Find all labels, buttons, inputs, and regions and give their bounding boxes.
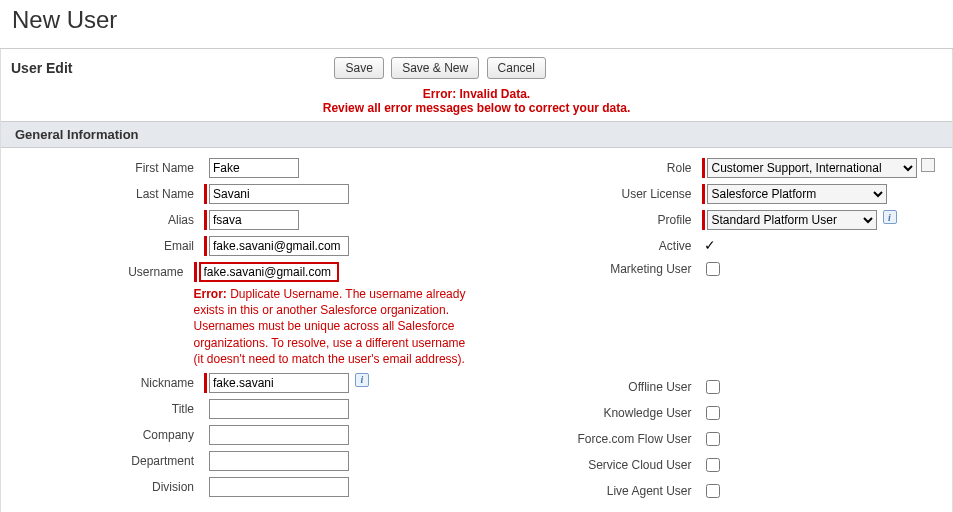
liveagent-user-label: Live Agent User bbox=[477, 481, 702, 498]
first-name-label: First Name bbox=[9, 158, 204, 175]
offline-user-label: Offline User bbox=[477, 377, 702, 394]
email-input[interactable] bbox=[209, 236, 349, 256]
save-button[interactable]: Save bbox=[334, 57, 383, 79]
cancel-button[interactable]: Cancel bbox=[487, 57, 546, 79]
username-error: Error: Duplicate Username. The username … bbox=[194, 282, 477, 367]
email-label: Email bbox=[9, 236, 204, 253]
nickname-input[interactable] bbox=[209, 373, 349, 393]
division-label: Division bbox=[9, 477, 204, 494]
panel-title: User Edit bbox=[11, 60, 72, 76]
flow-user-checkbox[interactable] bbox=[706, 432, 720, 446]
title-label: Title bbox=[9, 399, 204, 416]
division-input[interactable] bbox=[209, 477, 349, 497]
profile-select[interactable]: Standard Platform User bbox=[707, 210, 877, 230]
error-line1: Error: Invalid Data. bbox=[1, 87, 952, 101]
department-label: Department bbox=[9, 451, 204, 468]
right-column: Role Customer Support, International Use… bbox=[477, 158, 945, 507]
marketing-user-checkbox[interactable] bbox=[706, 262, 720, 276]
company-label: Company bbox=[9, 425, 204, 442]
error-banner: Error: Invalid Data. Review all error me… bbox=[1, 85, 952, 121]
alias-label: Alias bbox=[9, 210, 204, 227]
alias-input[interactable] bbox=[209, 210, 299, 230]
flow-user-label: Force.com Flow User bbox=[477, 429, 702, 446]
role-select[interactable]: Customer Support, International bbox=[707, 158, 917, 178]
service-user-label: Service Cloud User bbox=[477, 455, 702, 472]
required-bar bbox=[204, 184, 207, 204]
page-title: New User bbox=[0, 0, 953, 49]
license-select[interactable]: Salesforce Platform bbox=[707, 184, 887, 204]
info-icon[interactable]: i bbox=[883, 210, 897, 224]
marketing-user-label: Marketing User bbox=[477, 259, 702, 276]
role-label: Role bbox=[477, 158, 702, 175]
department-input[interactable] bbox=[209, 451, 349, 471]
required-bar bbox=[204, 210, 207, 230]
required-bar bbox=[204, 373, 207, 393]
last-name-label: Last Name bbox=[9, 184, 204, 201]
username-label: Username bbox=[9, 262, 194, 279]
active-label: Active bbox=[477, 236, 702, 253]
section-general-info: General Information bbox=[1, 121, 952, 148]
required-bar bbox=[204, 236, 207, 256]
error-line2: Review all error messages below to corre… bbox=[1, 101, 952, 115]
nickname-label: Nickname bbox=[9, 373, 204, 390]
knowledge-user-label: Knowledge User bbox=[477, 403, 702, 420]
info-icon[interactable]: i bbox=[355, 373, 369, 387]
lookup-icon[interactable] bbox=[921, 158, 935, 172]
username-input[interactable] bbox=[199, 262, 339, 282]
service-user-checkbox[interactable] bbox=[706, 458, 720, 472]
save-new-button[interactable]: Save & New bbox=[391, 57, 479, 79]
required-bar bbox=[702, 184, 705, 204]
required-bar bbox=[702, 158, 705, 178]
first-name-input[interactable] bbox=[209, 158, 299, 178]
offline-user-checkbox[interactable] bbox=[706, 380, 720, 394]
profile-label: Profile bbox=[477, 210, 702, 227]
license-label: User License bbox=[477, 184, 702, 201]
required-bar bbox=[702, 210, 705, 230]
required-bar bbox=[194, 262, 197, 282]
title-input[interactable] bbox=[209, 399, 349, 419]
last-name-input[interactable] bbox=[209, 184, 349, 204]
left-column: First Name Last Name Alias bbox=[9, 158, 477, 507]
user-edit-panel: User Edit Save Save & New Cancel Error: … bbox=[0, 49, 953, 512]
knowledge-user-checkbox[interactable] bbox=[706, 406, 720, 420]
liveagent-user-checkbox[interactable] bbox=[706, 484, 720, 498]
company-input[interactable] bbox=[209, 425, 349, 445]
check-icon: ✓ bbox=[702, 236, 716, 252]
